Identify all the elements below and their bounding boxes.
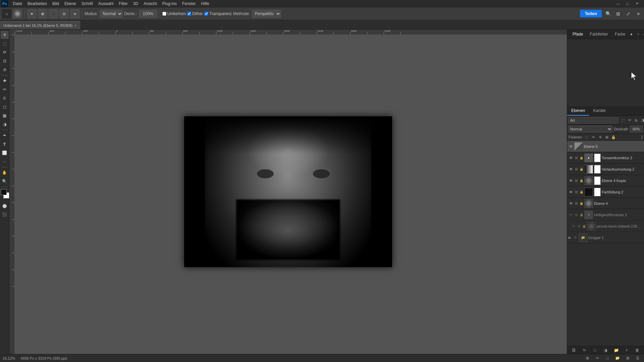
- canvas-area[interactable]: -1200-800-400040080012001600200024002800…: [9, 29, 567, 354]
- foreground-color-swatch[interactable]: [1, 189, 7, 195]
- menu-button[interactable]: ≡: [635, 10, 642, 17]
- gradient-btn-1[interactable]: ■: [27, 9, 37, 18]
- status-bar-icon-6[interactable]: ☰: [634, 355, 641, 362]
- layer-item[interactable]: 👁 ⛓ 🔒 ▲ Tonwertkorrektur 2: [567, 152, 644, 164]
- status-bar-icon-5[interactable]: ⊞: [624, 355, 631, 362]
- home-button[interactable]: ⌂: [2, 9, 11, 18]
- layer-item[interactable]: 👁 ⛓ 🔒 pexels-kevin-bidwell-2380795: [567, 221, 644, 232]
- channels-tab[interactable]: Kanäle: [589, 106, 609, 116]
- layer-visibility-toggle[interactable]: 👁: [571, 224, 576, 229]
- status-bar-icon-3[interactable]: □: [604, 355, 611, 362]
- menu-3d[interactable]: 3D: [130, 1, 141, 7]
- layer-visibility-toggle[interactable]: 👁: [569, 190, 573, 194]
- mode-select[interactable]: Normal: [100, 10, 123, 18]
- layer-item[interactable]: ▶ 👁 📁 Gruppe 1: [567, 232, 644, 243]
- group-expand-arrow[interactable]: ▶: [569, 236, 572, 239]
- layer-visibility-toggle[interactable]: 👁: [569, 201, 573, 206]
- layers-tab[interactable]: Ebenen: [567, 106, 589, 116]
- menu-ebene[interactable]: Ebene: [62, 1, 79, 7]
- add-adjustment-button[interactable]: ◑: [602, 347, 608, 353]
- menu-schrift[interactable]: Schrift: [79, 1, 96, 7]
- shape-tool[interactable]: ⬜: [1, 149, 9, 157]
- eyedropper-tool[interactable]: ⊘: [1, 66, 9, 74]
- panel-icon-1[interactable]: ●: [629, 32, 634, 37]
- menu-bild[interactable]: Bild: [50, 1, 62, 7]
- layers-opacity-input[interactable]: [630, 126, 643, 132]
- add-effect-button[interactable]: fx: [581, 347, 587, 353]
- color-tab[interactable]: Farbe: [611, 31, 629, 38]
- lock-all[interactable]: ⊞: [604, 134, 609, 140]
- clone-tool[interactable]: ⎘: [1, 94, 9, 102]
- status-bar-icon-2[interactable]: ✏: [594, 355, 601, 362]
- layer-visibility-toggle[interactable]: 👁: [569, 167, 573, 172]
- text-tool[interactable]: T: [1, 140, 9, 148]
- move-tool[interactable]: ✛: [1, 31, 9, 39]
- layer-item[interactable]: 👁 ⛓ 🔒 Ebene 4: [567, 198, 644, 209]
- close-tab-button[interactable]: ×: [74, 23, 76, 27]
- canvas-document[interactable]: [184, 116, 392, 267]
- quick-mask-tool[interactable]: ⬤: [1, 202, 9, 210]
- layer-filter-mode[interactable]: ◑: [640, 117, 644, 123]
- gradient-tool[interactable]: ▦: [1, 112, 9, 120]
- lasso-tool[interactable]: ⟳: [1, 48, 9, 56]
- gradient-btn-3[interactable]: ⬛: [49, 9, 58, 18]
- menu-plugins[interactable]: Plug-ins: [160, 1, 179, 7]
- delete-layer-button[interactable]: 🗑: [634, 347, 640, 353]
- layer-filter-effect[interactable]: fx: [633, 117, 639, 123]
- arrange-button[interactable]: ⊞: [614, 10, 622, 17]
- dodge-tool[interactable]: ◑: [1, 120, 9, 128]
- link-layers-button[interactable]: ⛓: [571, 347, 577, 353]
- menu-hilfe[interactable]: Hilfe: [199, 1, 212, 7]
- brush-selector[interactable]: [13, 9, 22, 18]
- brush-tool[interactable]: ✏: [1, 85, 9, 94]
- layers-search-input[interactable]: [569, 117, 618, 123]
- restore-button[interactable]: □: [624, 0, 631, 7]
- gradient-btn-2[interactable]: ▦: [38, 9, 47, 18]
- layer-item[interactable]: 👁 ⛓ 🔒 Farbfüllung 2: [567, 186, 644, 198]
- gradient-btn-4[interactable]: ▥: [59, 9, 69, 18]
- dither-checkbox[interactable]: [187, 12, 191, 16]
- gradient-btn-5[interactable]: ◈: [70, 9, 79, 18]
- minimize-button[interactable]: —: [614, 0, 622, 7]
- layer-item[interactable]: 👁 Ebene 5: [567, 141, 644, 152]
- eraser-tool[interactable]: ◻: [1, 103, 9, 111]
- menu-auswahl[interactable]: Auswahl: [96, 1, 116, 7]
- layers-mode-select[interactable]: Normal: [569, 126, 612, 132]
- layer-filter-type[interactable]: ⬚: [620, 117, 626, 123]
- search-button[interactable]: 🔍: [604, 10, 612, 17]
- extra-tools[interactable]: ···: [1, 158, 9, 166]
- screen-mode-tool[interactable]: ⬛: [1, 210, 9, 219]
- layer-filter-name[interactable]: ✏: [627, 117, 633, 123]
- menu-datei[interactable]: Datei: [10, 1, 25, 7]
- add-group-button[interactable]: 📁: [613, 347, 619, 353]
- expand-button[interactable]: ⤢: [625, 10, 632, 17]
- close-button[interactable]: ✕: [633, 0, 641, 7]
- layer-visibility-toggle[interactable]: 👁: [569, 156, 573, 160]
- method-select[interactable]: Perspektiv: [252, 10, 281, 18]
- layer-visibility-toggle[interactable]: 👁: [569, 178, 573, 183]
- opacity-input[interactable]: [139, 10, 157, 18]
- status-bar-icon-4[interactable]: 📁: [614, 355, 621, 362]
- layer-item[interactable]: 👁 ⛓ 🔒 Verlaufsumsetung 2: [567, 164, 644, 175]
- menu-ansicht[interactable]: Ansicht: [141, 1, 159, 7]
- layer-visibility-toggle[interactable]: 👁: [573, 235, 578, 240]
- document-tab[interactable]: Unbenannt-1 bei 16,1% (Ebene 5, RGB/8) ×: [0, 21, 80, 29]
- lock-lock[interactable]: 🔒: [611, 134, 616, 140]
- transparency-checkbox[interactable]: [204, 12, 208, 16]
- layer-item[interactable]: 👁 ⛓ 🔒 ☀ Helligkeit/Kontrast 2: [567, 209, 644, 221]
- add-layer-button[interactable]: +: [624, 347, 630, 353]
- opacity-slider-icon[interactable]: ⟩: [641, 134, 643, 140]
- share-button[interactable]: Teilen: [580, 10, 602, 17]
- menu-filter[interactable]: Filter: [116, 1, 130, 7]
- pen-tool[interactable]: ✒: [1, 131, 9, 139]
- lock-artboard[interactable]: ✛: [597, 134, 603, 140]
- menu-fenster[interactable]: Fenster: [179, 1, 199, 7]
- layer-visibility-toggle[interactable]: 👁: [569, 213, 573, 217]
- swatches-tab[interactable]: Farbfelder: [586, 31, 611, 38]
- layer-item[interactable]: 👁 ⛓ 🔒 Ebene 4 Kopie: [567, 175, 644, 186]
- panel-icon-2[interactable]: ○: [635, 32, 641, 37]
- paths-tab[interactable]: Pfade: [569, 31, 586, 38]
- crop-tool[interactable]: ⊡: [1, 57, 9, 65]
- status-bar-icon-1[interactable]: ⊞: [584, 355, 591, 362]
- lock-pixels[interactable]: ⬚: [584, 134, 589, 140]
